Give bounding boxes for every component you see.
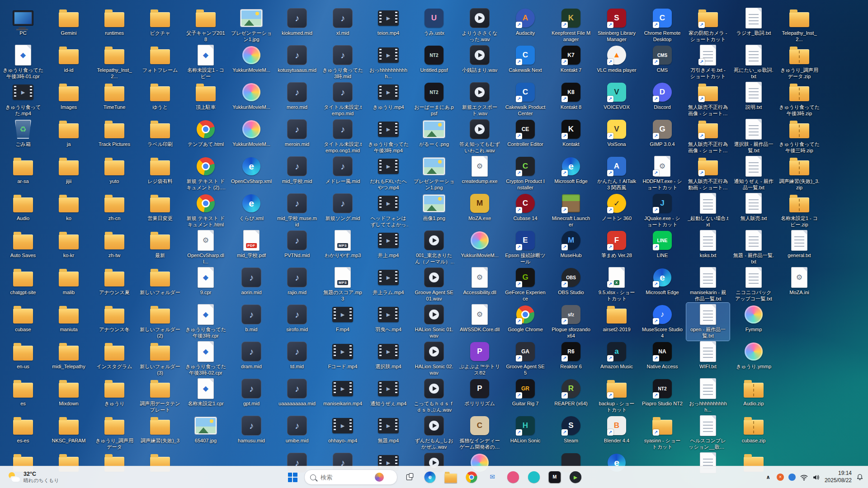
desktop-icon[interactable]: Telepathy_Inst_2...: [778, 6, 821, 44]
desktop-icon[interactable]: TimeTune: [93, 80, 136, 112]
desktop-icon[interactable]: Uうみ.ustx: [412, 6, 456, 38]
desktop-icon[interactable]: きゅうり: [93, 377, 136, 408]
desktop-icon[interactable]: airset2-2019: [595, 303, 638, 334]
desktop-icon[interactable]: ピクチャ: [138, 6, 182, 38]
desktop-icon[interactable]: ⚙Accessibility.dll: [458, 266, 501, 297]
desktop-icon[interactable]: Images: [47, 80, 90, 112]
desktop-icon[interactable]: ラベル印刷: [138, 117, 182, 149]
taskbar-file-explorer[interactable]: [442, 468, 460, 486]
desktop-icon[interactable]: C孤独なインディーゲーム開発者の一生...: [458, 414, 501, 452]
desktop-icon[interactable]: YukkuriMovieM...: [458, 229, 501, 260]
desktop-icon[interactable]: ↗家の防犯カメラ - ショートカット: [686, 6, 730, 44]
desktop-icon[interactable]: eくらび.xml: [230, 192, 273, 223]
desktop-icon[interactable]: ▶通知うぜぇ.mp4: [367, 377, 410, 408]
desktop-icon[interactable]: ♪aorin.mid: [230, 266, 273, 297]
desktop-icon[interactable]: きゅうり_調声用データ.zip: [778, 43, 821, 81]
desktop-icon[interactable]: ▶井上ラム.mp4: [367, 266, 410, 297]
desktop-icon[interactable]: ▶おっhhhhhhhhhhh...: [367, 43, 410, 81]
desktop-icon[interactable]: ✓↗ノートン 360: [595, 192, 638, 223]
desktop-icon[interactable]: ♪新規ソング.mid: [321, 192, 364, 223]
desktop-icon[interactable]: WIFI.txt: [686, 340, 730, 371]
desktop-icon[interactable]: Pぷよぷよ™テトリス®2: [458, 340, 501, 378]
desktop-icon[interactable]: e↗Microsoft Edge: [549, 155, 593, 186]
desktop-icon[interactable]: CE↗Controller Editor: [504, 117, 547, 149]
desktop-icon[interactable]: 新規 テキスト ドキュメント.html: [184, 192, 227, 230]
desktop-icon[interactable]: G↗GIMP 3.0.4: [641, 117, 684, 149]
desktop-icon[interactable]: ja: [47, 117, 90, 149]
desktop-icon[interactable]: E↗Epson 接続診断ツール: [504, 229, 547, 267]
desktop-icon[interactable]: ゆうと: [138, 80, 182, 112]
desktop-icon[interactable]: ⚙AWSSDK.Core.dll: [458, 303, 501, 334]
desktop-icon[interactable]: en-us: [1, 340, 45, 371]
desktop-icon[interactable]: C↗Chrome Remote Desktop: [641, 6, 684, 44]
desktop-icon[interactable]: ◆9.cpr: [184, 266, 227, 297]
desktop-icon[interactable]: YukkuriMovieM...: [230, 117, 273, 149]
desktop-icon[interactable]: 新規エクスポート.wav: [458, 80, 501, 118]
desktop-icon[interactable]: ▶井上.mp4: [367, 229, 410, 260]
desktop-icon[interactable]: cubase.zip: [732, 414, 775, 446]
desktop-icon[interactable]: Audio: [1, 192, 45, 223]
desktop-icon[interactable]: ♪dram.mid: [230, 340, 273, 371]
desktop-icon[interactable]: ♪meroin.mid: [275, 117, 319, 149]
desktop-icon[interactable]: 調声練習(失敗)_3.zip: [778, 155, 821, 192]
desktop-icon[interactable]: yuto: [93, 155, 136, 186]
desktop-icon[interactable]: ◆名称未設定1.cpr: [184, 377, 227, 408]
desktop-icon[interactable]: 65407.jpg: [184, 414, 227, 446]
desktop-icon[interactable]: ▶maniseikarin.mp4: [321, 377, 364, 408]
desktop-icon[interactable]: Track Pictures: [93, 117, 136, 149]
desktop-icon[interactable]: ▶Fコード.mp4: [321, 340, 364, 371]
desktop-icon[interactable]: M↗MuseHub: [549, 229, 593, 260]
desktop-icon[interactable]: 画像1.png: [412, 192, 456, 223]
desktop-icon[interactable]: ▶teion.mp4: [367, 6, 410, 38]
desktop-icon[interactable]: K8↗Kontakt 8: [549, 80, 593, 112]
desktop-icon[interactable]: zh-cn: [93, 192, 136, 223]
desktop-icon[interactable]: ♪タイトル未設定.tempo.ong1.mid: [321, 117, 364, 155]
desktop-icon[interactable]: OBS↗OBS Studio: [549, 266, 593, 297]
desktop-icon[interactable]: ♪td.mid: [275, 340, 319, 371]
desktop-icon[interactable]: S↗Steinberg Library Manager: [595, 6, 638, 44]
desktop-icon[interactable]: 選択肢 - 親作品一覧.txt: [732, 117, 775, 155]
desktop-icon[interactable]: C↗Cubase 14: [504, 192, 547, 223]
desktop-icon[interactable]: ↗無人販売不正行為画像 - ショートカット: [686, 117, 730, 155]
desktop-icon[interactable]: V↗VOICEVOX: [595, 80, 638, 112]
desktop-icon[interactable]: プレゼンテーション1.jpg: [230, 6, 273, 44]
desktop-icon[interactable]: A↗かんたん！AITalk 3 関西風: [595, 155, 638, 192]
desktop-icon[interactable]: ♪xl.mid: [321, 6, 364, 38]
desktop-icon[interactable]: ko: [47, 192, 90, 223]
desktop-icon[interactable]: V↗VoiSona: [595, 117, 638, 149]
desktop-icon[interactable]: runtimes: [93, 6, 136, 38]
desktop-icon[interactable]: Groove Agent SE 01.wav: [412, 266, 456, 304]
desktop-icon[interactable]: きゅうり.ymmp: [732, 340, 775, 371]
desktop-icon[interactable]: 父子キャンプ2018: [184, 6, 227, 44]
desktop-icon[interactable]: ⚙MoZA.ini: [778, 266, 821, 297]
desktop-icon[interactable]: ⚙OpenCvSharp.dll...: [184, 229, 227, 267]
desktop-icon[interactable]: MP3わかりやす.mp3: [321, 229, 364, 260]
tray-app-blue-icon[interactable]: [788, 474, 796, 481]
desktop-icon[interactable]: ♪mid_学校.mid: [275, 155, 319, 186]
desktop-icon[interactable]: レジ袋有料: [138, 155, 182, 186]
desktop-icon[interactable]: C↗Crypton Product Installer: [504, 155, 547, 192]
desktop-icon[interactable]: F↗筆まめ Ver.28: [595, 229, 638, 260]
desktop-icon[interactable]: midi_Telepathy: [47, 340, 90, 371]
desktop-icon[interactable]: Fymmp: [732, 303, 775, 334]
desktop-icon[interactable]: プレゼンテーション1.png: [412, 155, 456, 192]
hidden-icons-chevron-icon[interactable]: ∧: [764, 472, 772, 482]
desktop-icon[interactable]: ♪rajio.mid: [275, 266, 319, 297]
desktop-icon[interactable]: ⚙↗HDDFMT.exe - ショートカット: [641, 155, 684, 192]
desktop-icon[interactable]: C↗Cakewalk Product Center: [504, 80, 547, 118]
desktop-icon[interactable]: NT2Untitled.ppsf: [412, 43, 456, 75]
desktop-icon[interactable]: ▶選択肢.mp4: [367, 340, 410, 371]
desktop-icon[interactable]: H↗HALion Sonic: [504, 414, 547, 446]
desktop-icon[interactable]: きゅうり食ってた午後3時.zip: [778, 80, 821, 118]
desktop-icon[interactable]: 死にたい_ゅ歌詞.txt: [732, 43, 775, 81]
desktop-icon[interactable]: 最新: [138, 229, 182, 260]
weather-widget[interactable]: 32°C 晴れのちくもり: [5, 466, 63, 488]
desktop-icon[interactable]: LINE↗LINE: [641, 229, 684, 260]
desktop-icon[interactable]: _起動しない場合.txt: [686, 192, 730, 230]
desktop-icon[interactable]: ♪gpt.mid: [230, 377, 273, 408]
desktop-icon[interactable]: ♪sirofo.mid: [275, 303, 319, 334]
desktop-icon[interactable]: ▶きゅうり.mp4: [367, 80, 410, 112]
desktop-icon[interactable]: ♪kotusytuaaus.mid: [275, 43, 319, 75]
desktop-icon[interactable]: ▶ohhayo-.mp4: [321, 414, 364, 446]
desktop-icon[interactable]: C↗Cakewalk Next: [504, 43, 547, 75]
